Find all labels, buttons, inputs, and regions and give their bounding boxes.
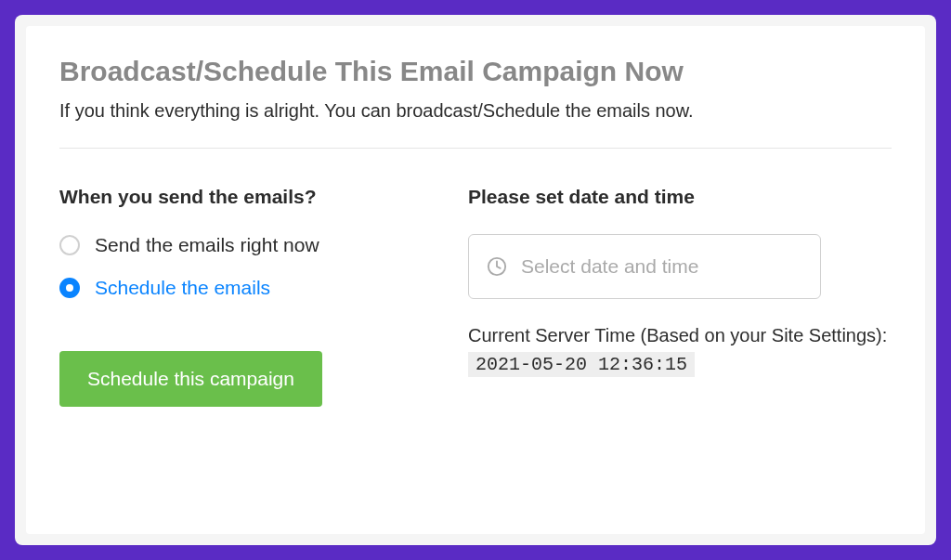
datetime-input[interactable]: [468, 234, 821, 299]
radio-send-now[interactable]: Send the emails right now: [59, 234, 412, 256]
send-timing-heading: When you send the emails?: [59, 186, 412, 208]
server-time-value: 2021-05-20 12:36:15: [468, 352, 695, 377]
content-row: When you send the emails? Send the email…: [59, 186, 892, 407]
submit-row: Schedule this campaign: [59, 351, 412, 407]
outer-panel: Broadcast/Schedule This Email Campaign N…: [15, 15, 936, 545]
clock-icon: [487, 256, 507, 277]
divider: [59, 148, 892, 149]
datetime-input-wrap: [468, 234, 892, 299]
radio-icon: [59, 235, 80, 255]
send-timing-column: When you send the emails? Send the email…: [59, 186, 412, 407]
radio-schedule[interactable]: Schedule the emails: [59, 277, 412, 299]
server-time-label: Current Server Time (Based on your Site …: [468, 325, 892, 346]
campaign-schedule-card: Broadcast/Schedule This Email Campaign N…: [26, 26, 925, 534]
radio-label: Schedule the emails: [95, 277, 270, 299]
card-title: Broadcast/Schedule This Email Campaign N…: [59, 56, 892, 87]
card-subtitle: If you think everything is alright. You …: [59, 100, 892, 122]
datetime-column: Please set date and time Current Server …: [468, 186, 892, 407]
send-timing-radio-group: Send the emails right now Schedule the e…: [59, 234, 412, 299]
radio-label: Send the emails right now: [95, 234, 319, 256]
datetime-heading: Please set date and time: [468, 186, 892, 208]
schedule-campaign-button[interactable]: Schedule this campaign: [59, 351, 322, 407]
radio-icon: [59, 278, 80, 298]
